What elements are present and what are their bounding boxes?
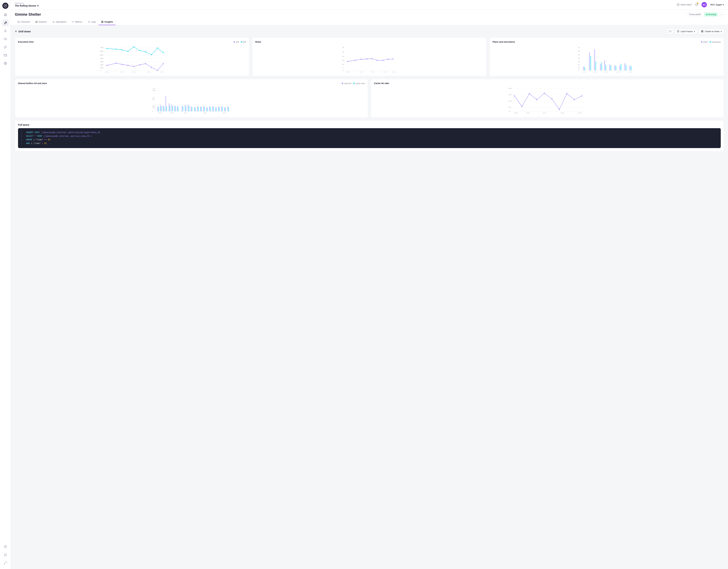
execution-time-title-row: Execution time p50 p95 [18, 41, 246, 43]
charts-to-show-dropdown[interactable]: Charts to show [699, 29, 724, 34]
sidebar-item-card[interactable] [2, 52, 9, 59]
project-label: PROJECT [15, 2, 38, 4]
page-header: Gimme Shelter TimescaleDB Running ⋯ Over… [11, 9, 728, 25]
svg-rect-157 [177, 106, 178, 111]
svg-rect-188 [225, 108, 226, 111]
cache-hit-ratio-chart: Cache hit ratio 200% 150% 100% 50% 0 % [371, 79, 724, 118]
svg-rect-178 [210, 107, 211, 111]
time-range-dropdown[interactable]: Last 6 hours [675, 29, 697, 34]
svg-text:13:22: 13:22 [543, 112, 546, 114]
project-name-dropdown[interactable]: The Rolling Stones ▾ [15, 4, 38, 7]
target-icon [101, 21, 103, 23]
svg-text:10: 10 [578, 67, 580, 69]
svg-line-12 [6, 562, 6, 563]
svg-text:13:22: 13:22 [593, 71, 597, 72]
buffers-title: Shared buffers hit and miss [18, 82, 47, 85]
svg-text:13:22: 13:22 [561, 112, 564, 114]
svg-text:13:22: 13:22 [628, 71, 632, 72]
svg-text:50: 50 [578, 54, 580, 56]
svg-point-55 [116, 49, 117, 50]
svg-text:13:22: 13:22 [617, 71, 620, 72]
tab-metrics-label: Metrics [75, 21, 82, 23]
sidebar-item-upload[interactable] [2, 36, 9, 42]
drilldown-bar: Drill down Last 6 hours Charts to show [15, 29, 724, 34]
svg-text:13:22: 13:22 [132, 71, 136, 72]
svg-text:150%: 150% [508, 94, 512, 96]
svg-text:0: 0 [342, 70, 343, 71]
svg-rect-34 [701, 31, 702, 31]
back-button[interactable]: Drill down [15, 30, 31, 33]
svg-rect-158 [178, 107, 178, 111]
svg-rect-124 [605, 65, 606, 70]
svg-rect-148 [164, 107, 164, 111]
tab-logs[interactable]: Logs [85, 19, 98, 25]
need-help-button[interactable]: Need help? [677, 3, 692, 6]
activity-icon [52, 21, 55, 23]
svg-rect-150 [166, 107, 167, 111]
notifications-button[interactable] [695, 3, 698, 6]
tab-operations[interactable]: Operations [50, 19, 69, 25]
page-title-row: Gimme Shelter TimescaleDB Running ⋯ [15, 12, 724, 17]
rows-svg: 30 25 20 15 10 5 0 [255, 46, 483, 72]
user-name-dropdown[interactable]: Mick Jagger ▾ [710, 3, 724, 6]
page-title-actions: TimescaleDB Running ⋯ [687, 12, 724, 17]
tab-explorer[interactable]: Explorer [33, 19, 50, 25]
tab-insights[interactable]: Insights [98, 19, 116, 25]
svg-point-95 [392, 58, 393, 59]
content-area: Drill down Last 6 hours Charts to show [11, 25, 728, 569]
code-content: INSERT INTO _timescaledb_internal._mater… [26, 131, 100, 135]
svg-text:13:22: 13:22 [578, 112, 581, 114]
svg-rect-1 [4, 14, 5, 14]
svg-rect-166 [192, 107, 192, 111]
charts-chevron [721, 30, 722, 33]
refresh-button[interactable] [668, 29, 673, 34]
svg-point-93 [382, 60, 383, 61]
more-options-button[interactable]: ⋯ [719, 12, 724, 17]
sidebar-item-gear[interactable] [2, 60, 9, 67]
execution-time-svg: 700s 600s 500s 400s 300s 200s 100s 0 [18, 46, 246, 72]
svg-point-71 [151, 67, 152, 68]
svg-text:13:22: 13:22 [223, 112, 226, 114]
svg-point-69 [139, 64, 140, 65]
svg-rect-146 [161, 106, 162, 111]
plans-svg: 70 60 50 40 30 20 10 0 [493, 46, 721, 72]
svg-text:0: 0 [100, 70, 101, 71]
chevron-down-icon: ▾ [37, 4, 38, 7]
svg-text:13:22: 13:22 [359, 71, 363, 72]
svg-text:400s: 400s [100, 58, 103, 59]
sidebar-item-wrench[interactable] [2, 20, 9, 26]
cache-miss-label: cache miss [356, 82, 365, 84]
code-line-4: 4 AND i."time" < $2 [21, 142, 718, 146]
svg-rect-119 [629, 66, 630, 70]
svg-point-215 [581, 95, 582, 96]
svg-rect-126 [615, 66, 616, 70]
user-name-label: Mick Jagger [710, 3, 722, 6]
sidebar-item-help-circle[interactable] [2, 543, 9, 550]
svg-rect-186 [222, 107, 223, 111]
svg-text:500s: 500s [100, 54, 103, 56]
svg-point-61 [151, 54, 152, 55]
sidebar-item-expand[interactable] [2, 560, 9, 566]
svg-rect-167 [194, 107, 195, 111]
p95-legend: p95 [241, 41, 246, 43]
sidebar-item-bookmark[interactable] [2, 551, 9, 558]
svg-text:100s: 100s [100, 67, 103, 69]
line-number: 1 [21, 131, 23, 135]
svg-text:10: 10 [342, 64, 344, 65]
svg-rect-110 [583, 67, 584, 70]
svg-text:600s: 600s [100, 51, 103, 52]
svg-rect-144 [158, 107, 159, 111]
sidebar-item-user[interactable] [2, 28, 9, 34]
sidebar-item-settings[interactable] [2, 11, 9, 18]
tab-overview[interactable]: Overview [15, 19, 33, 25]
tab-metrics[interactable]: Metrics [69, 19, 85, 25]
svg-rect-152 [170, 106, 170, 111]
drilldown-left: Drill down [15, 30, 31, 33]
svg-text:13:22: 13:22 [147, 71, 151, 72]
svg-point-206 [514, 95, 515, 96]
sidebar-item-link[interactable] [2, 44, 9, 51]
svg-rect-175 [206, 107, 207, 111]
svg-rect-177 [209, 107, 210, 111]
svg-text:200%: 200% [508, 88, 512, 89]
execution-time-title: Execution time [18, 41, 34, 43]
